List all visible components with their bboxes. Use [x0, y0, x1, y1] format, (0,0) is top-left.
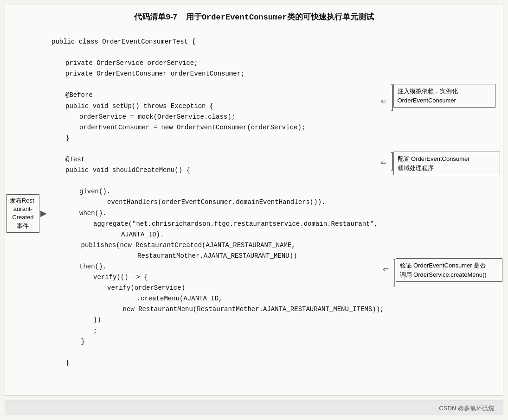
- code-line-18: aggregate("net.chrisrichardson.ftgo.rest…: [51, 219, 384, 229]
- left-annotation-box: 发布Rest-aurant-Created事件: [6, 194, 39, 233]
- annotation-1-bracket: [379, 84, 393, 112]
- code-line-25: .createMenu(AJANTA_ID,: [51, 293, 384, 304]
- code-line-26: new RestaurantMenu(RestaurantMother.AJAN…: [51, 304, 384, 315]
- code-line-2: [51, 47, 384, 58]
- code-line-6: @Before: [51, 90, 384, 101]
- annotation-1-text: 注入模拟依赖，实例化OrderEventConsumer: [398, 88, 458, 104]
- left-annotation-area: 发布Rest-aurant-Created事件 ▶: [5, 32, 47, 373]
- code-line-28: ;: [51, 326, 384, 337]
- code-line-21: RestaurantMother.AJANTA_RESTAURANT_MENU)…: [51, 251, 384, 261]
- code-line-5: [51, 79, 384, 90]
- annotation-3-text: 验证 OrderEventConsumer 是否调用 OrderService.…: [400, 262, 487, 278]
- code-line-13: public void shouldCreateMenu() {: [51, 165, 384, 176]
- code-line-31: }: [51, 358, 384, 369]
- footer-text: CSDN @多氯环已烷: [439, 404, 494, 413]
- content-area: 发布Rest-aurant-Created事件 ▶ public class O…: [5, 27, 503, 378]
- code-line-22: then().: [51, 261, 384, 272]
- left-annotation-text: 发布Rest-aurant-Created事件: [10, 197, 36, 229]
- code-line-8: orderService = mock(OrderService.class);: [51, 112, 384, 122]
- footer: CSDN @多氯环已烷: [5, 401, 503, 415]
- code-line-17: when().: [51, 208, 384, 219]
- code-line-10: }: [51, 133, 384, 144]
- code-line-12: @Test: [51, 154, 384, 165]
- annotation-1: 注入模拟依赖，实例化OrderEventConsumer ⇐: [393, 84, 495, 108]
- annotation-2: 配置 OrderEventConsumer领域处理程序 ⇐: [393, 152, 500, 175]
- main-container: 代码清单9-7 用于OrderEventConsumer类的可快速执行单元测试 …: [5, 5, 503, 396]
- annotation-3-bracket: [382, 258, 396, 287]
- annotation-2-text: 配置 OrderEventConsumer领域处理程序: [398, 155, 470, 172]
- right-annotations: 注入模拟依赖，实例化OrderEventConsumer ⇐ 配置 OrderE…: [393, 32, 504, 373]
- code-line-14: [51, 176, 384, 186]
- title-code: OrderEventConsumer: [202, 13, 287, 22]
- code-line-23: verify(() -> {: [51, 272, 384, 283]
- annotation-3-box: 验证 OrderEventConsumer 是否调用 OrderService.…: [396, 258, 502, 282]
- code-line-16: eventHandlers(orderEventConsumer.domainE…: [51, 197, 384, 208]
- code-line-9: orderEventConsumer = new OrderEventConsu…: [51, 122, 384, 133]
- code-line-20: publishes(new RestaurantCreated(AJANTA_R…: [51, 240, 384, 251]
- code-line-19: AJANTA_ID).: [51, 229, 384, 240]
- code-line-7: public void setUp() throws Exception {: [51, 101, 384, 112]
- code-line-29: }: [51, 337, 384, 347]
- title-description: 用于OrderEventConsumer类的可快速执行单元测试: [186, 13, 374, 21]
- annotation-1-box: 注入模拟依赖，实例化OrderEventConsumer: [393, 84, 495, 108]
- code-line-30: [51, 347, 384, 358]
- code-line-15: given().: [51, 186, 384, 197]
- code-line-27: }): [51, 315, 384, 325]
- title-bar: 代码清单9-7 用于OrderEventConsumer类的可快速执行单元测试: [5, 5, 503, 27]
- code-line-4: private OrderEventConsumer orderEventCon…: [51, 69, 384, 79]
- annotation-2-bracket: [379, 152, 393, 171]
- title-prefix: 代码清单9-7: [134, 13, 177, 21]
- code-line-11: [51, 144, 384, 154]
- left-arrow-icon: ▶: [40, 208, 47, 218]
- code-line-3: private OrderService orderService;: [51, 58, 384, 69]
- code-line-24: verify(orderService): [51, 283, 384, 293]
- annotation-3: 验证 OrderEventConsumer 是否调用 OrderService.…: [396, 258, 502, 282]
- annotation-2-box: 配置 OrderEventConsumer领域处理程序: [393, 152, 500, 175]
- code-line-1: public class OrderEventConsumerTest {: [51, 37, 384, 47]
- code-block: public class OrderEventConsumerTest { pr…: [47, 32, 393, 373]
